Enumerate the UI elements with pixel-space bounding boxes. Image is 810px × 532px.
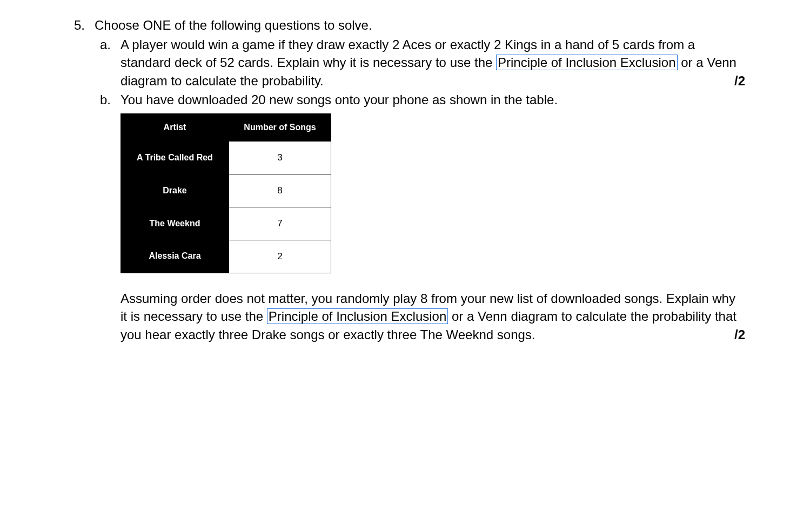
sub-question-b: b. You have downloaded 20 new songs onto… (95, 91, 745, 344)
count-cell: 8 (229, 174, 331, 207)
artist-cell: The Weeknd (121, 207, 229, 240)
table-row: A Tribe Called Red 3 (121, 142, 331, 174)
principle-link-a[interactable]: Principle of Inclusion Exclusion (496, 55, 678, 70)
question-prompt: Choose ONE of the following questions to… (95, 16, 745, 35)
sub-letter-b: b. (95, 91, 121, 344)
sub-b-paragraph: Assuming order does not matter, you rand… (121, 289, 745, 344)
artist-cell: Drake (121, 174, 229, 207)
table-header-artist: Artist (121, 113, 229, 141)
sub-question-list: a. A player would win a game if they dra… (95, 36, 745, 344)
table-header-row: Artist Number of Songs (121, 113, 331, 141)
principle-link-b[interactable]: Principle of Inclusion Exclusion (267, 308, 448, 324)
sub-letter-a: a. (95, 36, 121, 90)
count-cell: 2 (229, 240, 331, 273)
table-row: Alessia Cara 2 (121, 240, 331, 273)
table-row: The Weeknd 7 (121, 207, 331, 240)
table-row: Drake 8 (121, 174, 331, 207)
artist-cell: A Tribe Called Red (121, 142, 229, 174)
songs-table: Artist Number of Songs A Tribe Called Re… (121, 113, 331, 273)
question-body: Choose ONE of the following questions to… (95, 16, 745, 345)
question-number: 5. (65, 16, 95, 345)
sub-a-paragraph: A player would win a game if they draw e… (121, 36, 745, 90)
sub-question-a: a. A player would win a game if they dra… (95, 36, 745, 90)
sub-content-b: You have downloaded 20 new songs onto yo… (121, 91, 745, 344)
score-mark-a: /2 (734, 72, 745, 90)
count-cell: 3 (229, 142, 331, 174)
sub-b-intro: You have downloaded 20 new songs onto yo… (121, 91, 745, 109)
artist-cell: Alessia Cara (121, 240, 229, 273)
score-mark-b: /2 (734, 326, 745, 344)
count-cell: 7 (229, 207, 331, 240)
question-5: 5. Choose ONE of the following questions… (65, 16, 745, 345)
table-header-count: Number of Songs (229, 113, 331, 141)
sub-content-a: A player would win a game if they draw e… (121, 36, 745, 90)
